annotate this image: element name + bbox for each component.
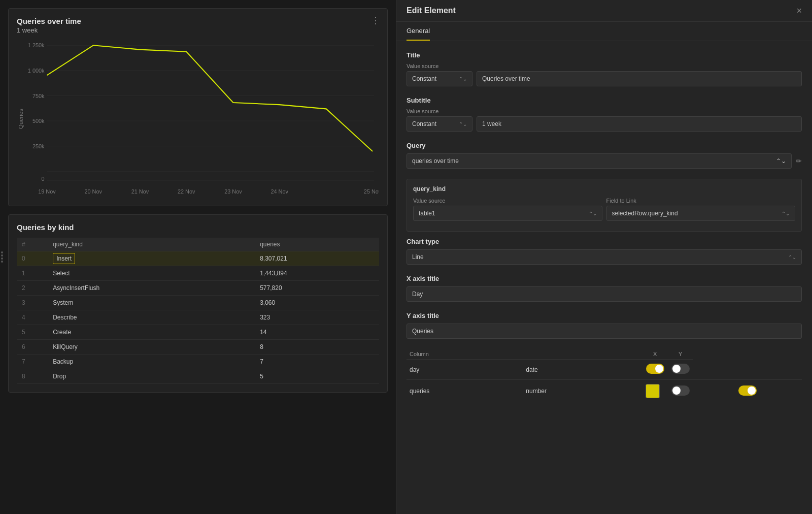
right-panel: Edit Element × General Title Value sourc… <box>396 0 812 514</box>
table-row[interactable]: 7Backup7 <box>17 355 379 369</box>
row-kind: System <box>48 296 255 310</box>
tab-general[interactable]: General <box>407 22 430 41</box>
row-index: 8 <box>17 369 48 384</box>
right-content: Title Value source Constant ⌃⌄ Queries o… <box>396 41 812 514</box>
qk-value-source-select[interactable]: table1 ⌃⌄ <box>413 206 602 221</box>
row-kind: Drop <box>48 369 255 384</box>
column-name: queries <box>407 380 523 403</box>
chart-type-chevron-icon: ⌃⌄ <box>788 254 796 260</box>
row-queries: 323 <box>255 310 379 325</box>
query-kind-label: query_kind <box>413 185 795 192</box>
row-index: 2 <box>17 281 48 296</box>
row-index: 1 <box>17 266 48 281</box>
table-row[interactable]: 1Select1,443,894 <box>17 266 379 281</box>
svg-text:23 Nov: 23 Nov <box>224 188 242 195</box>
table-title: Queries by kind <box>17 223 379 232</box>
svg-text:19 Nov: 19 Nov <box>38 188 56 195</box>
svg-text:1 000k: 1 000k <box>28 68 45 74</box>
column-y-toggle[interactable] <box>693 380 802 403</box>
subtitle-value-source-select[interactable]: Constant ⌃⌄ <box>407 116 472 132</box>
chart-subtitle: 1 week <box>17 26 379 34</box>
svg-text:750k: 750k <box>32 92 45 99</box>
y-toggle[interactable] <box>738 385 757 396</box>
row-kind: AsyncInsertFlush <box>48 281 255 296</box>
column-row: queriesnumber <box>407 380 802 403</box>
column-type: number <box>523 380 642 403</box>
title-value-source-select[interactable]: Constant ⌃⌄ <box>407 71 472 86</box>
column-row: daydate <box>407 360 802 380</box>
y-axis-label: Y axis title <box>407 312 802 319</box>
table-row[interactable]: 8Drop5 <box>17 369 379 384</box>
col-header-y: Y <box>668 349 693 360</box>
row-queries: 1,443,894 <box>255 266 379 281</box>
svg-text:Queries: Queries <box>18 109 24 129</box>
table-row[interactable]: 0Insert8,307,021 <box>17 251 379 266</box>
svg-text:24 Nov: 24 Nov <box>270 188 288 195</box>
row-kind: Describe <box>48 310 255 325</box>
title-value-source-label: Value source <box>407 63 802 69</box>
row-queries: 5 <box>255 369 379 384</box>
title-text-field[interactable]: Queries over time <box>477 71 802 86</box>
x-toggle[interactable] <box>671 385 690 396</box>
color-swatch[interactable] <box>646 384 660 398</box>
query-section: Query queries over time ⌃⌄ ✏ <box>407 142 802 169</box>
y-axis-toggle[interactable] <box>671 364 690 374</box>
row-kind: Select <box>48 266 255 281</box>
right-panel-title: Edit Element <box>407 6 456 15</box>
chart-type-section: Chart type Line ⌃⌄ <box>407 238 802 265</box>
subtitle-section-label: Subtitle <box>407 97 802 104</box>
svg-text:21 Nov: 21 Nov <box>131 188 149 195</box>
qk-field-link-label: Field to Link <box>606 198 796 204</box>
table-row[interactable]: 3System3,060 <box>17 296 379 310</box>
column-x-toggle[interactable] <box>642 380 668 403</box>
table-row[interactable]: 4Describe323 <box>17 310 379 325</box>
column-type: date <box>523 360 642 380</box>
chart-title: Queries over time <box>17 17 379 25</box>
drag-handle[interactable] <box>1 251 3 263</box>
row-queries: 577,820 <box>255 281 379 296</box>
column-x-toggle-cell[interactable] <box>668 380 693 403</box>
x-axis-label: X axis title <box>407 275 802 282</box>
qk-chevron-icon: ⌃⌄ <box>589 211 597 216</box>
chart-card: Queries over time 1 week ⋮ 1 250k 1 000k… <box>8 8 388 206</box>
table-row[interactable]: 6KillQuery8 <box>17 340 379 355</box>
row-queries: 8,307,021 <box>255 251 379 266</box>
x-axis-toggle[interactable] <box>646 364 664 374</box>
table-row[interactable]: 2AsyncInsertFlush577,820 <box>17 281 379 296</box>
query-row: queries over time ⌃⌄ ✏ <box>407 153 802 169</box>
y-axis-input[interactable]: Queries <box>407 324 802 339</box>
row-kind: Backup <box>48 355 255 369</box>
qk-field-link-select[interactable]: selectedRow.query_kind ⌃⌄ <box>606 206 796 221</box>
columns-table: Column X Y daydatequeriesnumber <box>407 349 802 402</box>
col-header-index: # <box>17 238 48 251</box>
column-y-toggle[interactable] <box>668 360 693 380</box>
row-queries: 8 <box>255 340 379 355</box>
close-button[interactable]: × <box>796 6 802 15</box>
x-axis-input[interactable]: Day <box>407 286 802 302</box>
tabs-bar: General <box>396 22 812 41</box>
chart-type-label: Chart type <box>407 238 802 245</box>
column-x-toggle[interactable] <box>642 360 668 380</box>
subtitle-value-source-label: Value source <box>407 108 802 114</box>
row-kind: KillQuery <box>48 340 255 355</box>
subtitle-text-field[interactable]: 1 week <box>477 116 802 132</box>
x-axis-section: X axis title Day <box>407 275 802 302</box>
query-select[interactable]: queries over time ⌃⌄ <box>407 153 792 169</box>
table-row[interactable]: 5Create14 <box>17 325 379 340</box>
subtitle-source-chevron-icon: ⌃⌄ <box>459 121 467 127</box>
title-source-chevron-icon: ⌃⌄ <box>459 76 467 82</box>
row-index: 4 <box>17 310 48 325</box>
query-kind-subsection: query_kind Value source table1 ⌃⌄ Field … <box>407 179 802 232</box>
row-index: 5 <box>17 325 48 340</box>
chart-type-select[interactable]: Line ⌃⌄ <box>407 249 802 265</box>
row-kind: Create <box>48 325 255 340</box>
row-queries: 7 <box>255 355 379 369</box>
col-header-kind: query_kind <box>48 238 255 251</box>
table-card: Queries by kind # query_kind queries 0In… <box>8 214 388 393</box>
right-header: Edit Element × <box>396 0 812 22</box>
subtitle-section: Subtitle Value source Constant ⌃⌄ 1 week <box>407 97 802 132</box>
query-edit-icon[interactable]: ✏ <box>796 157 802 165</box>
qk-field-link-chevron-icon: ⌃⌄ <box>782 211 790 216</box>
chart-menu-icon[interactable]: ⋮ <box>371 16 380 25</box>
column-name: day <box>407 360 523 380</box>
